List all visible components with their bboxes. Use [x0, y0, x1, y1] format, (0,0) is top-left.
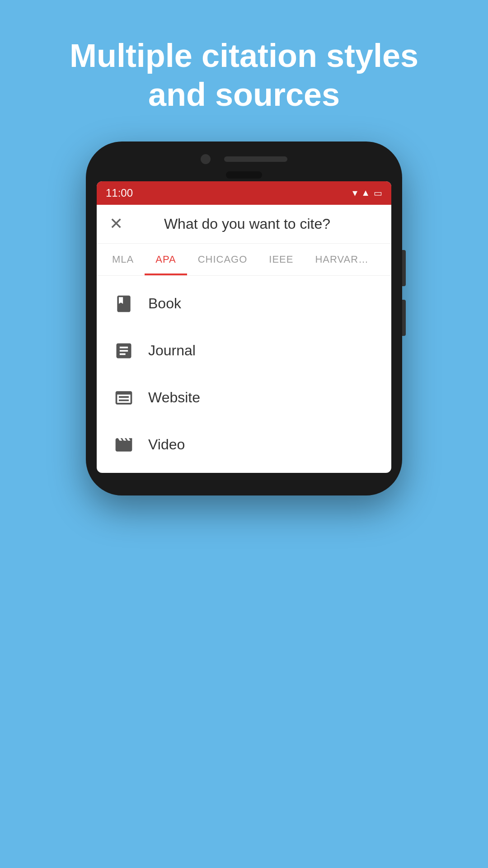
- signal-icon: ▲: [361, 188, 370, 198]
- phone-top-bezel: [97, 154, 391, 164]
- video-icon: [113, 434, 135, 456]
- source-item-journal[interactable]: Journal: [97, 327, 391, 374]
- wifi-icon: ▾: [352, 187, 357, 199]
- tab-mla[interactable]: MLA: [101, 244, 145, 275]
- phone-speaker: [224, 156, 287, 162]
- book-icon: [113, 293, 135, 315]
- video-label: Video: [148, 436, 185, 453]
- tab-ieee[interactable]: IEEE: [258, 244, 304, 275]
- status-bar: 11:00 ▾ ▲ ▭: [97, 181, 391, 205]
- journal-label: Journal: [148, 342, 196, 359]
- citation-tabs: MLA APA CHICAGO IEEE HARVAR…: [97, 244, 391, 276]
- tab-apa[interactable]: APA: [145, 244, 187, 275]
- source-item-book[interactable]: Book: [97, 280, 391, 327]
- website-icon: [113, 387, 135, 409]
- hero-section: Multiple citation styles and sources: [0, 0, 488, 132]
- close-button[interactable]: ✕: [109, 216, 123, 232]
- power-button: [402, 250, 406, 286]
- hero-line2: and sources: [148, 76, 340, 113]
- phone-camera: [201, 154, 211, 164]
- hero-line1: Multiple citation styles: [70, 38, 418, 74]
- phone-earpiece: [226, 171, 262, 179]
- phone-screen: 11:00 ▾ ▲ ▭ ✕ What do you want to cite? …: [97, 181, 391, 473]
- battery-icon: ▭: [374, 188, 382, 198]
- app-header: ✕ What do you want to cite?: [97, 205, 391, 244]
- tab-harvard[interactable]: HARVAR…: [304, 244, 380, 275]
- website-label: Website: [148, 389, 200, 406]
- dialog-title: What do you want to cite?: [136, 216, 358, 232]
- volume-button: [402, 300, 406, 336]
- journal-icon: [113, 340, 135, 362]
- source-list: Book Journal: [97, 276, 391, 473]
- status-time: 11:00: [106, 187, 133, 199]
- tab-chicago[interactable]: CHICAGO: [187, 244, 258, 275]
- source-item-website[interactable]: Website: [97, 374, 391, 421]
- book-label: Book: [148, 295, 181, 312]
- phone-body: 11:00 ▾ ▲ ▭ ✕ What do you want to cite? …: [86, 142, 402, 495]
- source-item-video[interactable]: Video: [97, 421, 391, 468]
- status-icons: ▾ ▲ ▭: [352, 187, 382, 199]
- phone-mockup: 11:00 ▾ ▲ ▭ ✕ What do you want to cite? …: [0, 142, 488, 495]
